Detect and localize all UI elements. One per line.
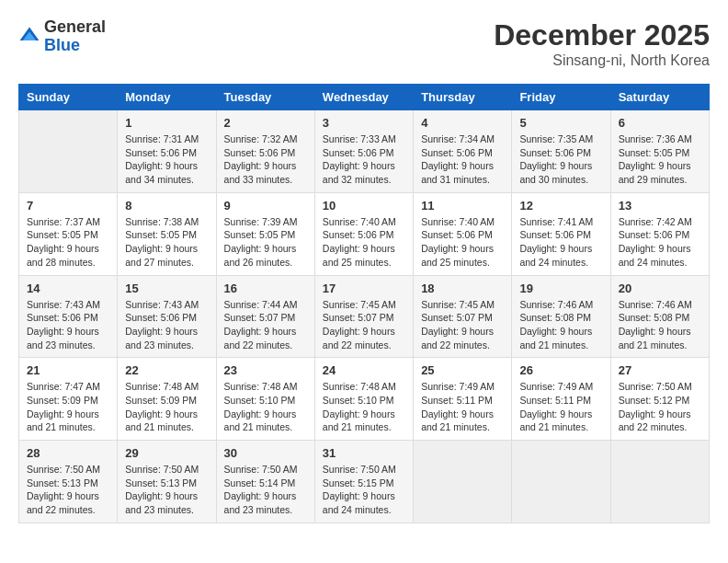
day-info: Sunrise: 7:45 AMSunset: 5:07 PMDaylight:… bbox=[323, 298, 405, 352]
calendar-cell: 20Sunrise: 7:46 AMSunset: 5:08 PMDayligh… bbox=[610, 275, 709, 358]
day-number: 25 bbox=[421, 363, 504, 377]
day-number: 8 bbox=[125, 199, 208, 213]
calendar-cell: 28Sunrise: 7:50 AMSunset: 5:13 PMDayligh… bbox=[19, 441, 118, 523]
day-info: Sunrise: 7:45 AMSunset: 5:07 PMDaylight:… bbox=[421, 298, 504, 352]
title-block: December 2025 Sinsang-ni, North Korea bbox=[494, 18, 710, 69]
day-number: 9 bbox=[224, 199, 307, 213]
day-info: Sunrise: 7:43 AMSunset: 5:06 PMDaylight:… bbox=[27, 298, 109, 352]
calendar-cell: 12Sunrise: 7:41 AMSunset: 5:06 PMDayligh… bbox=[512, 192, 610, 275]
calendar-cell: 7Sunrise: 7:37 AMSunset: 5:05 PMDaylight… bbox=[19, 192, 118, 275]
page-header: General Blue December 2025 Sinsang-ni, N… bbox=[18, 18, 710, 69]
calendar-cell: 19Sunrise: 7:46 AMSunset: 5:08 PMDayligh… bbox=[512, 275, 610, 358]
day-info: Sunrise: 7:50 AMSunset: 5:14 PMDaylight:… bbox=[224, 463, 307, 517]
calendar-week-row: 21Sunrise: 7:47 AMSunset: 5:09 PMDayligh… bbox=[19, 358, 710, 441]
day-number: 22 bbox=[125, 363, 208, 377]
day-number: 11 bbox=[421, 199, 504, 213]
calendar-cell: 26Sunrise: 7:49 AMSunset: 5:11 PMDayligh… bbox=[512, 358, 610, 441]
calendar-cell: 8Sunrise: 7:38 AMSunset: 5:05 PMDaylight… bbox=[118, 192, 216, 275]
day-info: Sunrise: 7:48 AMSunset: 5:10 PMDaylight:… bbox=[323, 380, 405, 434]
day-number: 15 bbox=[125, 282, 208, 295]
day-info: Sunrise: 7:40 AMSunset: 5:06 PMDaylight:… bbox=[421, 215, 504, 270]
day-info: Sunrise: 7:33 AMSunset: 5:06 PMDaylight:… bbox=[323, 132, 405, 187]
day-number: 28 bbox=[27, 446, 109, 460]
calendar-cell: 4Sunrise: 7:34 AMSunset: 5:06 PMDaylight… bbox=[414, 110, 512, 193]
logo: General Blue bbox=[18, 18, 106, 55]
day-info: Sunrise: 7:40 AMSunset: 5:06 PMDaylight:… bbox=[323, 215, 405, 270]
weekday-header-friday: Friday bbox=[512, 85, 610, 110]
day-info: Sunrise: 7:42 AMSunset: 5:06 PMDaylight:… bbox=[619, 215, 701, 270]
day-number: 31 bbox=[323, 446, 405, 460]
weekday-header-saturday: Saturday bbox=[610, 85, 709, 110]
day-info: Sunrise: 7:31 AMSunset: 5:06 PMDaylight:… bbox=[125, 132, 208, 187]
calendar-cell: 15Sunrise: 7:43 AMSunset: 5:06 PMDayligh… bbox=[118, 275, 216, 358]
calendar-cell: 14Sunrise: 7:43 AMSunset: 5:06 PMDayligh… bbox=[19, 275, 118, 358]
day-info: Sunrise: 7:39 AMSunset: 5:05 PMDaylight:… bbox=[224, 215, 307, 270]
day-info: Sunrise: 7:41 AMSunset: 5:06 PMDaylight:… bbox=[519, 215, 602, 270]
day-number: 3 bbox=[323, 116, 405, 130]
calendar-table: SundayMondayTuesdayWednesdayThursdayFrid… bbox=[18, 84, 710, 523]
calendar-cell: 2Sunrise: 7:32 AMSunset: 5:06 PMDaylight… bbox=[216, 110, 314, 193]
calendar-cell: 18Sunrise: 7:45 AMSunset: 5:07 PMDayligh… bbox=[414, 275, 512, 358]
day-info: Sunrise: 7:47 AMSunset: 5:09 PMDaylight:… bbox=[27, 380, 109, 434]
location: Sinsang-ni, North Korea bbox=[494, 52, 710, 69]
day-info: Sunrise: 7:36 AMSunset: 5:05 PMDaylight:… bbox=[619, 132, 701, 187]
day-number: 10 bbox=[323, 199, 405, 213]
day-number: 21 bbox=[27, 363, 109, 377]
day-number: 17 bbox=[323, 282, 405, 295]
calendar-cell: 21Sunrise: 7:47 AMSunset: 5:09 PMDayligh… bbox=[19, 358, 118, 441]
weekday-header-tuesday: Tuesday bbox=[216, 85, 314, 110]
day-number: 23 bbox=[224, 363, 307, 377]
day-info: Sunrise: 7:50 AMSunset: 5:15 PMDaylight:… bbox=[323, 463, 405, 517]
day-number: 7 bbox=[27, 199, 109, 213]
calendar-cell: 29Sunrise: 7:50 AMSunset: 5:13 PMDayligh… bbox=[118, 441, 216, 523]
weekday-header-wednesday: Wednesday bbox=[314, 85, 413, 110]
day-number: 16 bbox=[224, 282, 307, 295]
calendar-cell: 5Sunrise: 7:35 AMSunset: 5:06 PMDaylight… bbox=[512, 110, 610, 193]
day-number: 12 bbox=[519, 199, 602, 213]
calendar-cell bbox=[414, 441, 512, 523]
day-number: 18 bbox=[421, 282, 504, 295]
day-number: 2 bbox=[224, 116, 307, 130]
calendar-cell bbox=[610, 441, 709, 523]
calendar-cell bbox=[19, 110, 118, 193]
calendar-cell: 16Sunrise: 7:44 AMSunset: 5:07 PMDayligh… bbox=[216, 275, 314, 358]
weekday-header-monday: Monday bbox=[118, 85, 216, 110]
logo-text: General Blue bbox=[44, 18, 106, 55]
calendar-cell: 6Sunrise: 7:36 AMSunset: 5:05 PMDaylight… bbox=[610, 110, 709, 193]
calendar-week-row: 14Sunrise: 7:43 AMSunset: 5:06 PMDayligh… bbox=[19, 275, 710, 358]
day-number: 5 bbox=[519, 116, 602, 130]
month-title: December 2025 bbox=[494, 18, 710, 52]
day-number: 13 bbox=[619, 199, 701, 213]
calendar-cell: 30Sunrise: 7:50 AMSunset: 5:14 PMDayligh… bbox=[216, 441, 314, 523]
day-number: 4 bbox=[421, 116, 504, 130]
calendar-week-row: 28Sunrise: 7:50 AMSunset: 5:13 PMDayligh… bbox=[19, 441, 710, 523]
day-info: Sunrise: 7:38 AMSunset: 5:05 PMDaylight:… bbox=[125, 215, 208, 270]
calendar-cell: 3Sunrise: 7:33 AMSunset: 5:06 PMDaylight… bbox=[314, 110, 413, 193]
weekday-header-sunday: Sunday bbox=[19, 85, 118, 110]
day-number: 29 bbox=[125, 446, 208, 460]
day-info: Sunrise: 7:46 AMSunset: 5:08 PMDaylight:… bbox=[619, 298, 701, 352]
day-number: 26 bbox=[519, 363, 602, 377]
calendar-cell: 27Sunrise: 7:50 AMSunset: 5:12 PMDayligh… bbox=[610, 358, 709, 441]
calendar-cell: 31Sunrise: 7:50 AMSunset: 5:15 PMDayligh… bbox=[314, 441, 413, 523]
logo-blue: Blue bbox=[44, 37, 106, 55]
day-info: Sunrise: 7:32 AMSunset: 5:06 PMDaylight:… bbox=[224, 132, 307, 187]
day-info: Sunrise: 7:48 AMSunset: 5:10 PMDaylight:… bbox=[224, 380, 307, 434]
weekday-header-row: SundayMondayTuesdayWednesdayThursdayFrid… bbox=[19, 85, 710, 110]
day-info: Sunrise: 7:49 AMSunset: 5:11 PMDaylight:… bbox=[519, 380, 602, 434]
day-info: Sunrise: 7:34 AMSunset: 5:06 PMDaylight:… bbox=[421, 132, 504, 187]
calendar-cell: 9Sunrise: 7:39 AMSunset: 5:05 PMDaylight… bbox=[216, 192, 314, 275]
calendar-cell bbox=[512, 441, 610, 523]
day-number: 14 bbox=[27, 282, 109, 295]
day-info: Sunrise: 7:50 AMSunset: 5:12 PMDaylight:… bbox=[619, 380, 701, 434]
calendar-cell: 10Sunrise: 7:40 AMSunset: 5:06 PMDayligh… bbox=[314, 192, 413, 275]
day-info: Sunrise: 7:49 AMSunset: 5:11 PMDaylight:… bbox=[421, 380, 504, 434]
day-info: Sunrise: 7:44 AMSunset: 5:07 PMDaylight:… bbox=[224, 298, 307, 352]
day-info: Sunrise: 7:37 AMSunset: 5:05 PMDaylight:… bbox=[27, 215, 109, 270]
day-info: Sunrise: 7:50 AMSunset: 5:13 PMDaylight:… bbox=[27, 463, 109, 517]
calendar-cell: 17Sunrise: 7:45 AMSunset: 5:07 PMDayligh… bbox=[314, 275, 413, 358]
day-number: 6 bbox=[619, 116, 701, 130]
calendar-cell: 23Sunrise: 7:48 AMSunset: 5:10 PMDayligh… bbox=[216, 358, 314, 441]
day-number: 19 bbox=[519, 282, 602, 295]
day-info: Sunrise: 7:46 AMSunset: 5:08 PMDaylight:… bbox=[519, 298, 602, 352]
